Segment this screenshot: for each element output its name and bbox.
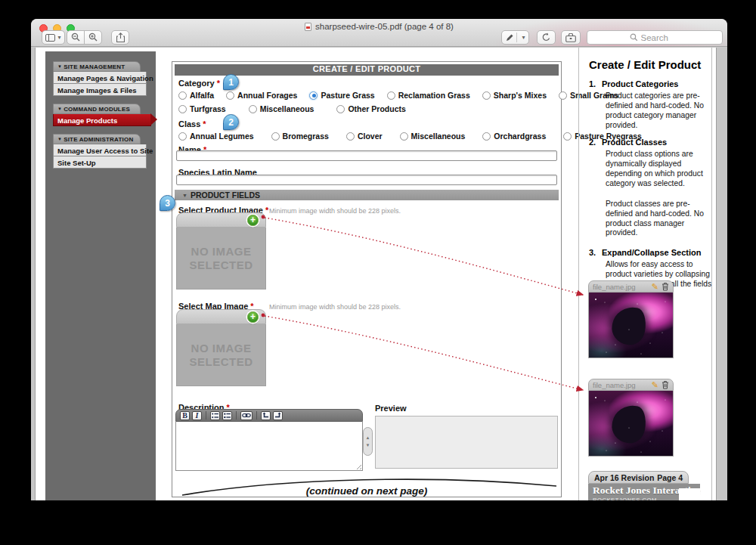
preview-label: Preview [375, 404, 407, 413]
nav-item-manage-pages[interactable]: Manage Pages & Navigation [53, 72, 147, 84]
zoom-in-button[interactable] [84, 30, 102, 45]
product-image-drop-area[interactable]: NO IMAGE SELECTED [176, 228, 266, 290]
callout-1: 1 [223, 74, 239, 90]
radio-reclamation-grass[interactable] [387, 91, 395, 100]
redo-icon [274, 412, 281, 419]
trash-icon[interactable] [662, 380, 669, 389]
zoom-out-button[interactable] [67, 30, 85, 45]
callout-2: 2 [223, 114, 239, 130]
edit-pencil-icon[interactable]: ✎ [652, 282, 658, 292]
add-map-image-button[interactable]: + [247, 311, 259, 323]
radio-clover[interactable] [346, 132, 355, 141]
italic-button[interactable]: I [192, 411, 202, 420]
map-image-note: Minimum image width should be 228 pixels… [269, 303, 401, 311]
step-down-icon[interactable]: ▼ [366, 443, 370, 447]
collapse-triangle-icon: ▼ [57, 64, 62, 69]
image-thumbnail-card-1: file_name.jpg ✎ [588, 280, 674, 358]
toolbar-divider [236, 411, 237, 420]
bullet-list-icon [224, 413, 231, 419]
edit-pencil-icon[interactable]: ✎ [652, 380, 658, 390]
radio-orchardgrass[interactable] [482, 132, 491, 141]
wireframe-nav-menu: ▼SITE MANAGEMENT Manage Pages & Navigati… [53, 61, 147, 169]
note-1-paragraph: Product categories are pre-definied and … [589, 91, 716, 130]
nav-item-site-setup[interactable]: Site Set-Up [53, 156, 147, 169]
radio-small-grains[interactable] [559, 91, 567, 100]
image-thumbnail-card-2: file_name.jpg ✎ [588, 379, 674, 457]
radio-pasture-ryegrass[interactable] [563, 132, 572, 141]
name-input[interactable] [176, 150, 557, 161]
continued-note: (continued on next page) [172, 485, 561, 497]
title-bar: sharpseed-wire-05.pdf (page 4 of 8) ▾ ▾ [31, 19, 727, 47]
callout-3: 3 [160, 195, 175, 211]
editor-toolbar: B I [175, 409, 363, 422]
trash-icon[interactable] [662, 282, 669, 291]
product-fields-section-header[interactable]: ▼PRODUCT FIELDS [175, 190, 559, 200]
map-image-placeholder: + NO IMAGE SELECTED [176, 309, 266, 386]
undo-button[interactable] [261, 411, 271, 420]
note-3-title: 3.Expand/Collapse Section [589, 248, 704, 257]
bold-button[interactable]: B [180, 411, 190, 420]
nebula-image-2 [588, 391, 674, 457]
thumbnail-2-header: file_name.jpg ✎ [588, 379, 674, 391]
species-latin-name-input[interactable] [176, 175, 557, 185]
nebula-image-1 [588, 293, 674, 358]
search-field[interactable] [587, 30, 723, 45]
search-input[interactable] [641, 33, 680, 42]
markup-toolbox-button[interactable] [561, 30, 581, 45]
product-image-placeholder-header: + [176, 212, 266, 228]
radio-sharps-mixes[interactable] [482, 91, 491, 100]
radio-pasture-grass-selected[interactable] [309, 91, 318, 100]
chevron-down-icon: ▾ [522, 34, 525, 41]
markup-pen-button[interactable]: ▾ [501, 30, 529, 45]
undo-icon [262, 412, 269, 419]
preview-window: sharpseed-wire-05.pdf (page 4 of 8) ▾ ▾ [31, 19, 727, 500]
thumbnail-1-header: file_name.jpg ✎ [588, 280, 674, 293]
nav-group-site-administration[interactable]: ▼SITE ADMINISTRATION [53, 134, 141, 144]
ordered-list-button[interactable] [210, 411, 220, 420]
nav-item-manage-products[interactable]: Manage Products [53, 114, 151, 126]
category-options-row-2: Turfgrass Miscellaneous Other Products [178, 104, 429, 113]
redo-button[interactable] [273, 411, 283, 420]
toolbar-divider [256, 411, 257, 420]
radio-turfgrass[interactable] [178, 105, 187, 113]
bullet-list-button[interactable] [222, 411, 232, 420]
thumbnail-1-filename: file_name.jpg [593, 283, 652, 291]
insert-link-button[interactable] [240, 411, 253, 420]
rotate-button[interactable] [537, 30, 556, 45]
search-icon [630, 33, 638, 42]
share-icon [116, 33, 125, 42]
link-icon [242, 413, 251, 418]
share-button[interactable] [111, 30, 129, 45]
nav-item-manage-user-access[interactable]: Manage User Access to Site [53, 144, 147, 156]
nav-group-site-management[interactable]: ▼SITE MANAGEMENT [53, 61, 141, 72]
nav-group-command-modules[interactable]: ▼COMMAND MODULES [53, 104, 141, 114]
page-number-label: Page 4 [657, 473, 683, 482]
step-up-icon[interactable]: ▲ [366, 435, 370, 440]
map-image-drop-area[interactable]: NO IMAGE SELECTED [176, 324, 266, 386]
radio-miscellaneous-class[interactable] [400, 132, 408, 141]
add-product-image-button[interactable]: + [247, 215, 259, 226]
collapse-triangle-icon: ▼ [57, 107, 62, 111]
radio-annual-legumes[interactable] [178, 132, 187, 141]
chevron-down-icon: ▾ [57, 34, 60, 41]
radio-alfalfa[interactable] [178, 91, 187, 100]
sidebar-view-icon [45, 34, 55, 42]
sidebar-view-button[interactable]: ▾ [42, 30, 65, 45]
description-preview-box [375, 416, 558, 469]
note-2-title: 2.Product Classes [589, 138, 704, 147]
editor-scroll-stepper: ▲ ▼ [363, 427, 373, 456]
description-textarea[interactable] [175, 422, 363, 471]
button-divider [516, 33, 517, 42]
rotate-icon [541, 33, 551, 42]
radio-annual-forages[interactable] [226, 91, 234, 100]
pdf-page: ▼SITE MANAGEMENT Manage Pages & Navigati… [35, 48, 717, 500]
radio-miscellaneous-category[interactable] [249, 105, 257, 113]
resize-handle[interactable] [355, 463, 361, 469]
radio-bromegrass[interactable] [271, 132, 280, 141]
nav-item-manage-images[interactable]: Manage Images & Files [53, 84, 147, 96]
radio-other-products[interactable] [336, 105, 345, 113]
annotation-column: Create / Edit Product 1.Product Categori… [578, 48, 712, 500]
required-asterisk: * [203, 119, 206, 129]
collapse-triangle-icon: ▼ [57, 137, 62, 141]
ordered-list-icon [212, 413, 218, 419]
